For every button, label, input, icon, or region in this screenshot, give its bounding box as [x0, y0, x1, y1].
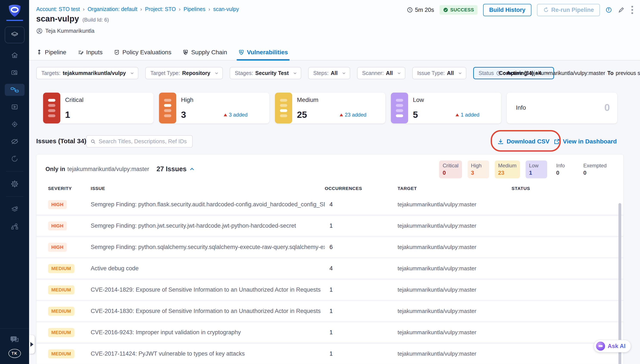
card-info[interactable]: Info 0 [507, 92, 617, 124]
harness-logo-icon[interactable] [8, 5, 21, 17]
table-row[interactable]: MEDIUM CVE-2017-11424: PyJWT vulnerable … [37, 344, 623, 364]
table-row[interactable]: HIGH Semgrep Finding: python.sqlalchemy.… [37, 237, 623, 258]
filter-targets[interactable]: Targets:tejakummarikuntla/vulpy [36, 67, 138, 79]
table-header: SEVERITY ISSUE OCCURRENCES TARGET STATUS [37, 182, 623, 194]
person-icon [36, 28, 43, 34]
sidebar-item-executions[interactable] [5, 101, 25, 113]
tab-pipeline[interactable]: Pipeline [36, 44, 66, 60]
breadcrumb-organization[interactable]: Organization: default [88, 6, 137, 12]
chevron-down-icon [214, 71, 219, 76]
content-area: Targets:tejakummarikuntla/vulpy Target T… [29, 60, 640, 364]
severity-cards: Critical 1 High 3 3 added Medium 25 23 a… [43, 92, 617, 124]
sidebar-item-hidden[interactable] [5, 136, 25, 148]
more-options-menu-icon[interactable] [630, 5, 634, 15]
sidebar-item-modules[interactable] [5, 203, 25, 215]
severity-badge: MEDIUM [48, 286, 74, 294]
chevron-up-icon[interactable] [189, 166, 195, 172]
card-critical[interactable]: Critical 1 [43, 92, 153, 124]
table-row[interactable]: MEDIUM CVE-2016-9243: Improper input val… [37, 322, 623, 344]
col-issue: ISSUE [91, 186, 325, 191]
help-chat-icon[interactable]: ? [10, 336, 19, 343]
download-csv-button[interactable]: Download CSV [497, 135, 549, 148]
added-indicator: 23 added [340, 112, 366, 118]
edit-pencil-icon[interactable] [617, 6, 625, 14]
issue-title: CVE-2014-1829: Exposure of Sensitive Inf… [91, 286, 325, 293]
title-row: scan-vulpy (Build Id: 6) [36, 14, 109, 24]
chevron-down-icon [130, 71, 135, 76]
sidebar-item-pipelines[interactable] [5, 84, 25, 96]
table-row[interactable]: MEDIUM CVE-2014-1829: Exposure of Sensit… [37, 280, 623, 301]
tab-policy-evaluations[interactable]: Policy Evaluations [114, 44, 171, 60]
severity-badge: MEDIUM [48, 349, 74, 358]
col-occurrences: OCCURRENCES [325, 186, 398, 191]
status-badge: SUCCESS [440, 5, 477, 15]
filter-steps[interactable]: Steps:All [308, 67, 350, 79]
occurrences-value: 1 [325, 222, 398, 229]
filter-issue-type[interactable]: Issue Type:All [412, 67, 466, 79]
table-row[interactable]: MEDIUM CVE-2014-1830: Exposure of Sensit… [37, 301, 623, 322]
filter-target-type[interactable]: Target Type:Repository [145, 67, 223, 79]
main-area: Account: STO test › Organization: defaul… [29, 0, 640, 364]
group-title[interactable]: Only in tejakummarikuntla/vulpy:master 2… [46, 165, 195, 173]
table-row[interactable]: MEDIUM Active debug code 4 tejakummariku… [37, 258, 623, 280]
build-id-label: (Build Id: 6) [83, 17, 109, 23]
tab-supply-chain[interactable]: Supply Chain [183, 44, 227, 60]
chevron-down-icon [293, 71, 297, 76]
card-count: 0 [604, 102, 610, 113]
breadcrumb-project[interactable]: Project: STO [145, 6, 176, 12]
sidebar-item-scans[interactable] [5, 66, 25, 78]
sidebar-item-organization[interactable] [5, 220, 25, 232]
target-value: tejakummarikuntla/vulpy:master [398, 329, 511, 336]
chevron-down-icon [342, 71, 346, 76]
rerun-pipeline-button[interactable]: Re-run Pipeline [537, 4, 600, 16]
sidebar-item-settings[interactable] [5, 178, 25, 190]
sidebar-item-gauge[interactable] [5, 153, 25, 165]
tab-vulnerabilities[interactable]: Vulnerabilities [238, 44, 288, 60]
card-count: 25 [297, 110, 307, 120]
col-severity: SEVERITY [48, 186, 91, 191]
clock-icon [407, 7, 413, 13]
breadcrumb-separator: › [140, 6, 142, 12]
card-label: High [181, 96, 194, 104]
chevron-down-icon [458, 71, 462, 76]
ask-ai-button[interactable]: Ask AI [594, 340, 631, 352]
table-row[interactable]: HIGH Semgrep Finding: python.flask.secur… [37, 194, 623, 216]
sidebar-item-targets[interactable] [5, 118, 25, 130]
page-header: Account: STO test › Organization: defaul… [29, 0, 640, 60]
col-status: STATUS [511, 186, 623, 191]
target-value: tejakummarikuntla/vulpy:master [398, 308, 511, 314]
severity-count-chips: Critical0 High3 Medium23 Low1 Info0 [439, 160, 610, 178]
triangle-right-icon [30, 342, 34, 347]
sidebar: ? TK [0, 0, 29, 364]
target-value: tejakummarikuntla/vulpy:master [398, 244, 511, 250]
inputs-tab-icon [78, 49, 84, 55]
user-avatar[interactable]: TK [9, 349, 21, 358]
medium-gauge-icon [275, 92, 292, 124]
breadcrumb-current[interactable]: scan-vulpy [213, 6, 239, 12]
refresh-icon [543, 7, 549, 13]
card-low[interactable]: Low 5 1 added [391, 92, 501, 124]
severity-badge: MEDIUM [48, 264, 74, 273]
chip-low: Low1 [525, 160, 547, 178]
card-medium[interactable]: Medium 25 23 added [275, 92, 385, 124]
download-icon [497, 138, 504, 145]
tab-inputs[interactable]: Inputs [78, 44, 103, 60]
card-high[interactable]: High 3 3 added [159, 92, 269, 124]
module-selector-button[interactable] [5, 26, 25, 43]
filter-stages[interactable]: Stages:Security Test [230, 67, 301, 79]
sidebar-expand-handle[interactable] [29, 335, 35, 354]
chip-exempted: Exempted0 [580, 160, 610, 178]
sidebar-divider [6, 196, 23, 197]
filter-scanner[interactable]: Scanner:All [357, 67, 405, 79]
breadcrumb-account[interactable]: Account: STO test [36, 6, 80, 12]
issue-title: CVE-2016-9243: Improper input validation… [91, 329, 325, 336]
search-input[interactable] [99, 138, 188, 145]
view-in-dashboard-button[interactable]: View in Dashboard [553, 135, 617, 148]
info-icon[interactable] [605, 7, 612, 13]
build-history-button[interactable]: Build History [483, 4, 531, 16]
breadcrumb-pipelines[interactable]: Pipelines [184, 6, 205, 12]
sidebar-item-home[interactable] [5, 49, 25, 62]
search-icon [91, 139, 96, 144]
table-row[interactable]: HIGH Semgrep Finding: python.jwt.securit… [37, 216, 623, 237]
vulnerabilities-tab-icon [238, 49, 244, 55]
